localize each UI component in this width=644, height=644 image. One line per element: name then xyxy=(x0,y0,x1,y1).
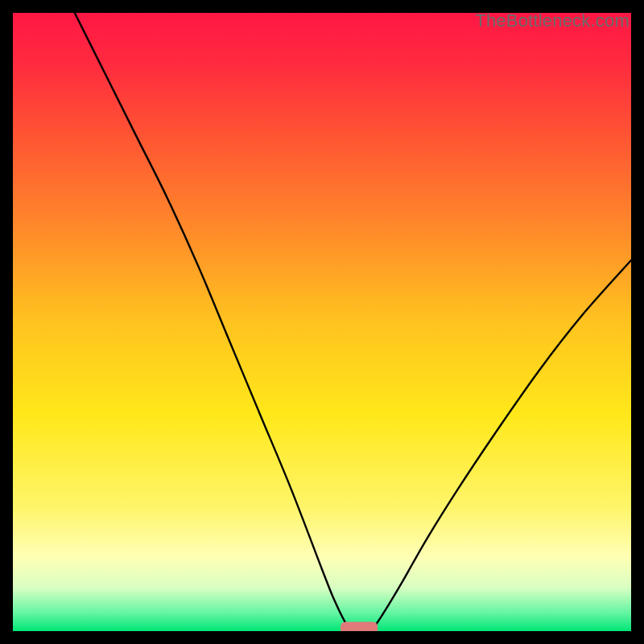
outer-frame: TheBottleneck.com xyxy=(0,0,644,644)
plot-area: TheBottleneck.com xyxy=(13,13,631,631)
chart-svg xyxy=(13,13,631,631)
bottom-marker xyxy=(341,621,378,631)
watermark-text: TheBottleneck.com xyxy=(475,13,630,31)
gradient-background xyxy=(13,13,631,631)
